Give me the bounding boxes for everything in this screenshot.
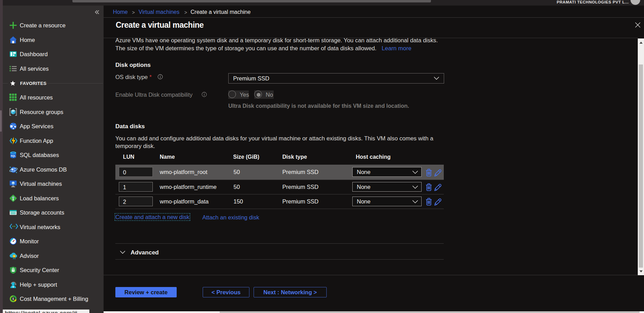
svg-text:$: $ (12, 297, 14, 301)
svg-text:SQL: SQL (11, 155, 15, 157)
